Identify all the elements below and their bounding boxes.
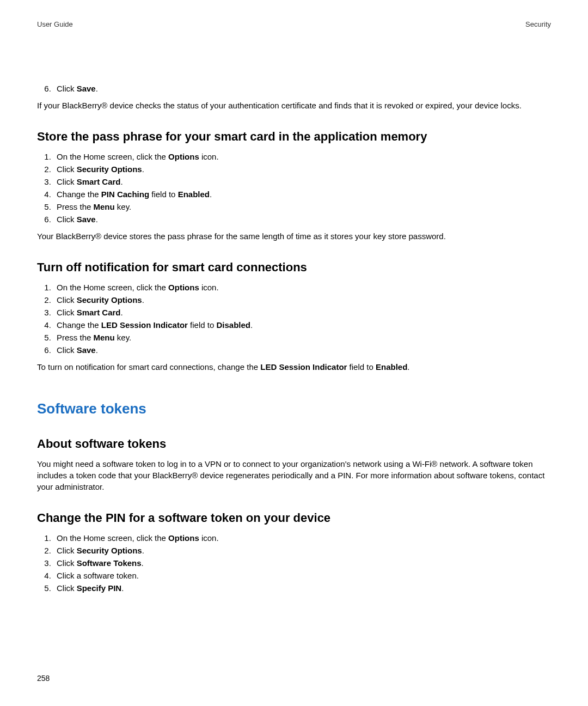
list-item: Click Save. <box>53 214 551 225</box>
list-item: Change the PIN Caching field to Enabled. <box>53 188 551 200</box>
sec1-steps: On the Home screen, click the Options ic… <box>37 151 551 225</box>
list-item: Press the Menu key. <box>53 201 551 212</box>
top-paragraph: If your BlackBerry® device checks the st… <box>37 100 551 111</box>
list-item: Change the LED Session Indicator field t… <box>53 319 551 331</box>
list-item: On the Home screen, click the Options ic… <box>53 282 551 293</box>
list-item: Click Security Options. <box>53 163 551 175</box>
list-item: Click Security Options. <box>53 545 551 556</box>
sec2-steps: On the Home screen, click the Options ic… <box>37 282 551 356</box>
sec2-para-b2: Enabled <box>376 362 407 372</box>
sec4-steps: On the Home screen, click the Options ic… <box>37 532 551 594</box>
sec2-title: Turn off notification for smart card con… <box>37 259 551 276</box>
list-item: Click Specify PIN. <box>53 582 551 594</box>
page-number: 258 <box>37 673 50 684</box>
list-item: Click Software Tokens. <box>53 557 551 569</box>
page-header: User Guide Security <box>37 20 551 29</box>
list-item: On the Home screen, click the Options ic… <box>53 532 551 544</box>
list-item: Click a software token. <box>53 570 551 581</box>
sec1-paragraph: Your BlackBerry® device stores the pass … <box>37 230 551 242</box>
sec2-para-pre: To turn on notification for smart card c… <box>37 362 260 372</box>
header-left: User Guide <box>37 20 73 29</box>
sec3-title: About software tokens <box>37 436 551 453</box>
sec2-paragraph: To turn on notification for smart card c… <box>37 361 551 373</box>
sec2-para-b1: LED Session Indicator <box>260 362 347 372</box>
list-item: Click Security Options. <box>53 294 551 306</box>
list-item: Click Smart Card. <box>53 176 551 187</box>
sec3-paragraph: You might need a software token to log i… <box>37 458 551 492</box>
header-right: Security <box>525 20 551 29</box>
list-item: Press the Menu key. <box>53 332 551 343</box>
sec2-para-post: . <box>407 362 409 372</box>
top-step-list: Click Save. <box>37 83 551 94</box>
list-item: On the Home screen, click the Options ic… <box>53 151 551 162</box>
sec1-title: Store the pass phrase for your smart car… <box>37 129 551 145</box>
list-item: Click Save. <box>53 344 551 356</box>
sec4-title: Change the PIN for a software token on y… <box>37 510 551 527</box>
software-tokens-heading: Software tokens <box>37 399 551 418</box>
sec2-para-mid: field to <box>347 362 376 372</box>
list-item: Click Save. <box>53 83 551 94</box>
list-item: Click Smart Card. <box>53 307 551 318</box>
